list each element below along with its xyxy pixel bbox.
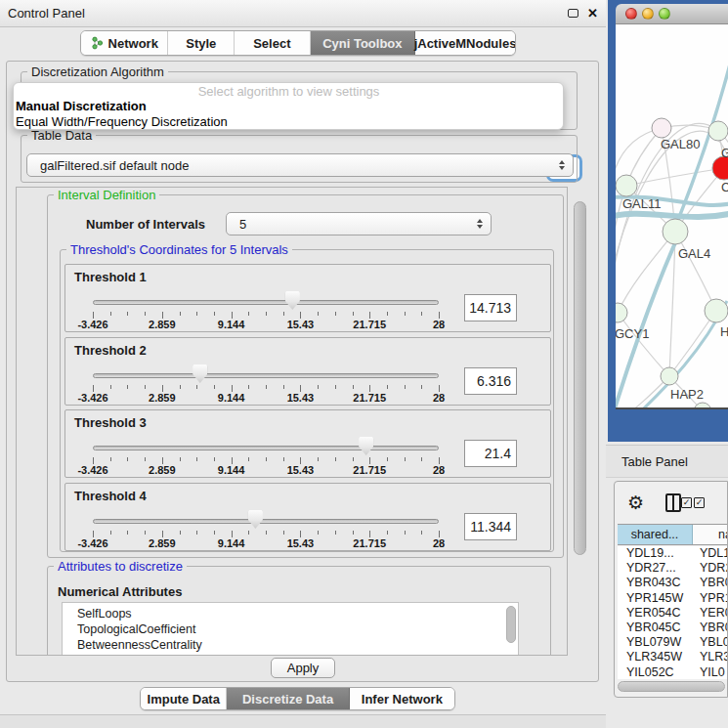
column-header-shared[interactable]: shared... xyxy=(618,525,693,544)
list-scrollbar-thumb[interactable] xyxy=(506,606,516,643)
slider-tick-label: 21.715 xyxy=(353,319,386,330)
slider-tick xyxy=(439,312,440,319)
slider-tick xyxy=(266,385,267,389)
network-node-green[interactable] xyxy=(616,175,637,196)
horizontal-scrollbar[interactable] xyxy=(617,680,727,694)
horizontal-scrollbar-thumb[interactable] xyxy=(618,681,725,692)
threshold-value-field[interactable]: 11.344 xyxy=(464,513,517,540)
slider-tick xyxy=(127,531,128,535)
network-node-green[interactable] xyxy=(705,299,728,322)
table-row[interactable]: YBR043CYBR0 xyxy=(618,576,728,590)
network-node-green[interactable] xyxy=(663,219,688,244)
cell-shared-name: YBL079W xyxy=(618,635,693,650)
slider-handle[interactable] xyxy=(285,291,300,310)
slider-tick xyxy=(162,457,163,464)
table-row[interactable]: YER054CYER0 xyxy=(618,606,728,621)
tab-infer-network[interactable]: Infer Network xyxy=(350,688,454,709)
network-edge-thick[interactable] xyxy=(616,213,728,219)
num-intervals-combo[interactable]: 5 xyxy=(226,212,492,236)
network-node-green[interactable] xyxy=(708,121,728,141)
slider-track[interactable] xyxy=(93,446,439,450)
table-row[interactable]: YBL079WYBL0 xyxy=(618,635,728,650)
slider-track[interactable] xyxy=(93,373,439,378)
network-node-green[interactable] xyxy=(694,403,711,407)
numerical-attributes-list[interactable]: SelfLoopsTopologicalCoefficientBetweenne… xyxy=(62,602,519,656)
vertical-scrollbar-thumb[interactable] xyxy=(574,201,586,555)
slider-tick xyxy=(335,531,336,535)
slider-tick xyxy=(196,531,197,535)
attribute-list-item[interactable]: TopologicalCoefficient xyxy=(77,621,518,637)
network-window-titlebar[interactable] xyxy=(616,4,728,24)
close-icon[interactable]: ✕ xyxy=(587,7,598,20)
cell-name: YDR2 xyxy=(693,561,728,576)
slider-tick xyxy=(439,457,440,464)
network-edge[interactable] xyxy=(618,232,675,313)
network-edge[interactable] xyxy=(675,232,716,311)
algorithm-option-manual[interactable]: Manual Discretization xyxy=(15,99,563,114)
slider-handle[interactable] xyxy=(248,510,263,529)
table-row[interactable]: YDL19...YDL1 xyxy=(618,546,728,561)
slider-tick xyxy=(110,312,111,316)
apply-button[interactable]: Apply xyxy=(271,658,335,678)
network-node-green[interactable] xyxy=(661,367,678,385)
tab-select[interactable]: Select xyxy=(235,31,311,55)
slider-track[interactable] xyxy=(93,519,439,524)
slider-tick xyxy=(300,312,301,319)
slider-track[interactable] xyxy=(93,300,439,305)
column-header-name[interactable]: na xyxy=(693,525,728,544)
slider-tick xyxy=(145,385,146,389)
tab-discretize-data[interactable]: Discretize Data xyxy=(227,688,349,709)
table-row[interactable]: YIL052CYIL0 xyxy=(618,665,728,680)
zoom-traffic-light[interactable] xyxy=(659,8,670,20)
slider-tick-label: 9.144 xyxy=(218,392,245,404)
gear-icon[interactable]: ⚙ xyxy=(627,493,644,512)
table-data-combo[interactable]: galFiltered.sif default node xyxy=(26,153,574,177)
slider-tick xyxy=(232,312,233,319)
cell-name: YLR3 xyxy=(693,650,728,664)
table-row[interactable]: YLR345WYLR3 xyxy=(618,650,728,664)
tab-cyni-toolbox[interactable]: Cyni Toolbox xyxy=(311,31,415,55)
slider-handle[interactable] xyxy=(359,437,373,455)
slider-handle[interactable] xyxy=(193,364,207,383)
slider-tick-label: 21.715 xyxy=(353,464,386,476)
thresholds-group: Threshold's Coordinates for 5 Intervals … xyxy=(60,249,554,552)
tab-impute-data[interactable]: Impute Data xyxy=(141,688,227,709)
network-canvas[interactable]: GAL80GCGAL11GAL4GCY1HHAP2 xyxy=(616,24,728,409)
attribute-list-item[interactable]: BetweennessCentrality xyxy=(77,637,518,653)
tab-jactivemnodules[interactable]: jActiveMNodules xyxy=(415,31,515,55)
threshold-value-field[interactable]: 6.316 xyxy=(464,367,517,395)
table-row[interactable]: YPR145WYPR1 xyxy=(618,591,728,606)
slider-tick xyxy=(369,531,370,537)
table-data-value: galFiltered.sif default node xyxy=(40,158,559,173)
slider-tick xyxy=(180,531,181,535)
vertical-scrollbar[interactable] xyxy=(571,188,590,655)
checkbox-icon[interactable]: ✓ xyxy=(681,497,692,508)
close-traffic-light[interactable] xyxy=(625,8,637,20)
network-node-pink[interactable] xyxy=(652,118,671,138)
slider-tick xyxy=(353,385,354,389)
table-row[interactable]: YBR045CYBR0 xyxy=(618,621,728,635)
slider-tick-label: -3.426 xyxy=(77,464,107,476)
checkbox-icon[interactable]: ✓ xyxy=(694,497,705,508)
tab-style[interactable]: Style xyxy=(168,31,235,55)
slider-tick xyxy=(421,385,422,389)
tab-network[interactable]: Network xyxy=(81,31,168,55)
threshold-panel: Threshold 4-3.4262.8599.14415.4321.71528… xyxy=(64,483,551,551)
threshold-value-field[interactable]: 21.4 xyxy=(464,440,517,467)
minimize-traffic-light[interactable] xyxy=(642,8,654,20)
attribute-list-item[interactable]: SelfLoops xyxy=(77,606,518,621)
slider-tick-label: 28 xyxy=(433,319,445,330)
table-row[interactable]: YDR27...YDR2 xyxy=(618,561,728,576)
network-edge[interactable] xyxy=(616,313,618,386)
network-node-green[interactable] xyxy=(616,303,627,322)
threshold-value-field[interactable]: 14.713 xyxy=(464,294,517,321)
slider-tick xyxy=(387,312,388,316)
discretization-algorithm-title: Discretization Algorithm xyxy=(27,64,168,79)
slider-tick-label: 2.859 xyxy=(149,537,176,549)
threshold-label: Threshold 2 xyxy=(74,343,147,358)
table-data-title: Table Data xyxy=(27,128,96,143)
algorithm-option-equal-width[interactable]: Equal Width/Frequency Discretization xyxy=(15,114,563,130)
cell-shared-name: YPR145W xyxy=(618,591,693,606)
columns-icon[interactable] xyxy=(665,493,681,512)
float-window-icon[interactable] xyxy=(568,9,578,18)
